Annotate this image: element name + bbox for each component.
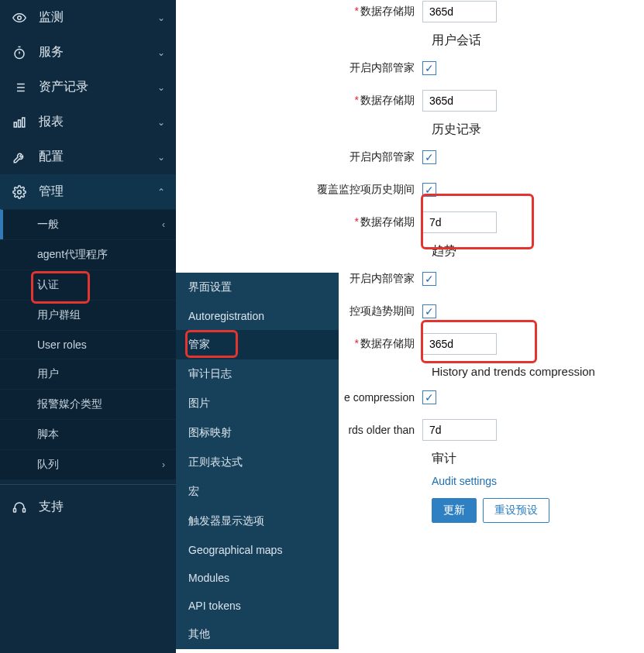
- label-data-storage: 数据存储期: [360, 215, 415, 228]
- nav-label: 管理: [39, 184, 157, 200]
- flyout-regex[interactable]: 正则表达式: [176, 448, 339, 477]
- label-data-storage: 数据存储期: [360, 94, 415, 106]
- checkbox-enable-compression[interactable]: ✓: [422, 390, 436, 404]
- sub-label: User roles: [37, 339, 165, 351]
- general-flyout: 界面设置 Autoregistration 管家 审计日志 图片 图标映射 正则…: [176, 273, 339, 649]
- sub-general[interactable]: 一般 ‹: [0, 209, 176, 239]
- label-enable-hk-history: 开启内部管家: [176, 150, 422, 164]
- chevron-down-icon: ⌄: [157, 12, 165, 23]
- sub-label: agent代理程序: [37, 248, 165, 262]
- nav-label: 服务: [39, 44, 157, 60]
- sub-label: 脚本: [37, 428, 165, 442]
- sub-media-types[interactable]: 报警媒介类型: [0, 389, 176, 419]
- sub-authentication[interactable]: 认证: [0, 270, 176, 300]
- list-icon: [11, 81, 28, 95]
- flyout-trigger-display[interactable]: 触发器显示选项: [176, 507, 339, 536]
- flyout-audit-log[interactable]: 审计日志: [176, 359, 339, 389]
- nav-monitoring[interactable]: 监测 ⌄: [0, 0, 176, 35]
- svg-rect-13: [23, 508, 26, 512]
- sub-user-roles[interactable]: User roles: [0, 330, 176, 359]
- nav-label: 报表: [39, 114, 157, 130]
- sub-label: 用户群组: [37, 308, 165, 322]
- nav-label: 资产记录: [39, 79, 157, 95]
- nav-administration[interactable]: 管理 ⌃: [0, 174, 176, 209]
- chevron-right-icon: ›: [162, 459, 165, 470]
- update-button[interactable]: 更新: [432, 498, 477, 523]
- sub-label: 认证: [37, 278, 165, 292]
- svg-rect-9: [19, 120, 21, 127]
- nav-configuration[interactable]: 配置 ⌄: [0, 139, 176, 174]
- gear-icon: [11, 185, 28, 199]
- input-trends-storage[interactable]: [422, 333, 497, 355]
- flyout-macros[interactable]: 宏: [176, 477, 339, 507]
- divider: [0, 484, 176, 485]
- section-trends: 趋势: [432, 243, 644, 259]
- label-data-storage: 数据存储期: [360, 337, 415, 349]
- wrench-icon: [11, 150, 28, 164]
- svg-rect-8: [14, 122, 16, 127]
- chevron-up-icon: ⌃: [157, 187, 165, 198]
- reset-defaults-button[interactable]: 重设预设: [483, 498, 549, 523]
- input-sessions-storage[interactable]: [422, 90, 497, 112]
- nav-label: 配置: [39, 149, 157, 165]
- section-history: 历史记录: [432, 122, 644, 138]
- sub-label: 一般: [37, 218, 162, 232]
- section-user-sessions: 用户会话: [432, 33, 644, 49]
- checkbox-override-history[interactable]: ✓: [422, 183, 436, 197]
- admin-submenu: 一般 ‹ agent代理程序 认证 用户群组 User roles 用户 报警媒…: [0, 209, 176, 479]
- sub-proxies[interactable]: agent代理程序: [0, 239, 176, 270]
- sub-user-groups[interactable]: 用户群组: [0, 300, 176, 330]
- sub-label: 队列: [37, 458, 162, 472]
- input-history-storage[interactable]: [422, 211, 497, 233]
- input-compress-older[interactable]: [422, 419, 497, 441]
- chevron-down-icon: ⌄: [157, 47, 165, 58]
- nav-label: 监测: [39, 9, 157, 26]
- chevron-down-icon: ⌄: [157, 82, 165, 93]
- sub-label: 报警媒介类型: [37, 397, 165, 411]
- input-events-storage[interactable]: [422, 1, 497, 22]
- svg-rect-12: [14, 508, 16, 512]
- eye-icon: [11, 11, 28, 25]
- flyout-other[interactable]: 其他: [176, 620, 339, 649]
- nav-inventory[interactable]: 资产记录 ⌄: [0, 70, 176, 105]
- nav-label: 支持: [39, 499, 165, 515]
- checkbox-hk-history[interactable]: ✓: [422, 150, 436, 164]
- svg-point-11: [18, 190, 22, 194]
- label-data-storage: 数据存储期: [360, 5, 415, 17]
- flyout-housekeeping[interactable]: 管家: [176, 330, 339, 359]
- sidebar: 监测 ⌄ 服务 ⌄ 资产记录 ⌄ 报表 ⌄ 配置 ⌄ 管理 ⌃: [0, 0, 176, 653]
- label-override-history: 覆盖监控项历史期间: [176, 183, 422, 197]
- headset-icon: [11, 500, 28, 514]
- flyout-api-tokens[interactable]: API tokens: [176, 592, 339, 620]
- section-audit: 审计: [432, 451, 644, 467]
- sub-scripts[interactable]: 脚本: [0, 419, 176, 449]
- flyout-geo-maps[interactable]: Geographical maps: [176, 536, 339, 564]
- sub-queue[interactable]: 队列 ›: [0, 449, 176, 479]
- label-enable-hk-sessions: 开启内部管家: [176, 61, 422, 75]
- chevron-down-icon: ⌄: [157, 117, 165, 128]
- section-compression: History and trends compression: [432, 365, 644, 378]
- nav-support[interactable]: 支持: [0, 490, 176, 524]
- nav-services[interactable]: 服务 ⌄: [0, 35, 176, 70]
- sub-users[interactable]: 用户: [0, 359, 176, 389]
- sub-label: 用户: [37, 367, 165, 381]
- flyout-gui[interactable]: 界面设置: [176, 273, 339, 302]
- checkbox-override-trends[interactable]: ✓: [422, 304, 436, 318]
- link-audit-settings[interactable]: Audit settings: [432, 475, 497, 487]
- flyout-autoregistration[interactable]: Autoregistration: [176, 302, 339, 330]
- flyout-icon-mapping[interactable]: 图标映射: [176, 418, 339, 448]
- nav-reports[interactable]: 报表 ⌄: [0, 105, 176, 139]
- checkbox-hk-sessions[interactable]: ✓: [422, 61, 436, 75]
- chevron-left-icon: ‹: [162, 219, 165, 230]
- checkbox-hk-trends[interactable]: ✓: [422, 272, 436, 286]
- svg-point-0: [18, 15, 22, 19]
- flyout-images[interactable]: 图片: [176, 389, 339, 418]
- svg-rect-10: [22, 118, 25, 127]
- barchart-icon: [11, 115, 28, 129]
- stopwatch-icon: [11, 46, 28, 60]
- chevron-down-icon: ⌄: [157, 152, 165, 163]
- flyout-modules[interactable]: Modules: [176, 564, 339, 592]
